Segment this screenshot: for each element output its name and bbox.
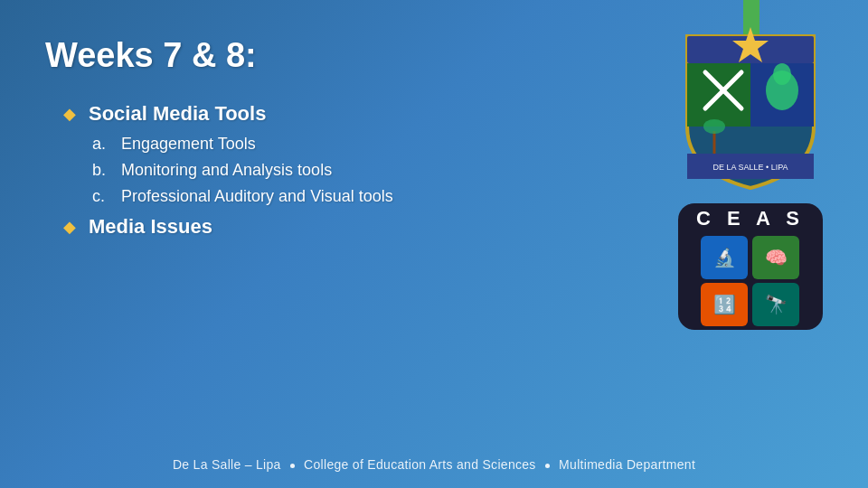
footer-dot-2 [545, 464, 550, 468]
footer-part2: College of Education Arts and Sciences [304, 457, 536, 472]
diamond-icon-2: ◆ [63, 217, 76, 237]
ceas-icon-cell-3: 🔢 [701, 283, 748, 326]
sub-label-b: b. [92, 161, 112, 180]
sub-label-a: a. [92, 135, 112, 154]
crest-container: DE LA SALLE • LIPA C E A S 🔬 🧠 🔢 🔭 [660, 27, 841, 330]
ceas-logo-box: C E A S 🔬 🧠 🔢 🔭 [678, 203, 823, 330]
ceas-icon-cell-4: 🔭 [752, 283, 799, 326]
sub-text-a: Engagement Tools [121, 135, 256, 154]
bullet-text-2: Media Issues [89, 215, 212, 239]
ceas-label: C E A S [696, 207, 805, 230]
ceas-icon-cell-1: 🔬 [701, 236, 748, 279]
ceas-icon-cell-2: 🧠 [752, 236, 799, 279]
svg-point-11 [703, 119, 725, 134]
slide-container: Weeks 7 & 8: ◆ Social Media Tools a. Eng… [0, 0, 868, 488]
sub-text-b: Monitoring and Analysis tools [121, 161, 332, 180]
svg-text:DE LA SALLE • LIPA: DE LA SALLE • LIPA [712, 163, 788, 172]
ceas-icons-grid: 🔬 🧠 🔢 🔭 [701, 236, 800, 326]
diamond-icon-1: ◆ [63, 104, 76, 124]
sub-text-c: Professional Auditory and Visual tools [121, 187, 393, 206]
svg-point-7 [773, 63, 791, 85]
footer: De La Salle – Lipa College of Education … [0, 457, 868, 472]
sub-label-c: c. [92, 187, 112, 206]
footer-part1: De La Salle – Lipa [173, 457, 281, 472]
footer-dot-1 [290, 464, 295, 468]
footer-part3: Multimedia Department [559, 457, 695, 472]
bullet-text-1: Social Media Tools [89, 102, 266, 126]
shield-crest-svg: DE LA SALLE • LIPA [678, 27, 823, 194]
